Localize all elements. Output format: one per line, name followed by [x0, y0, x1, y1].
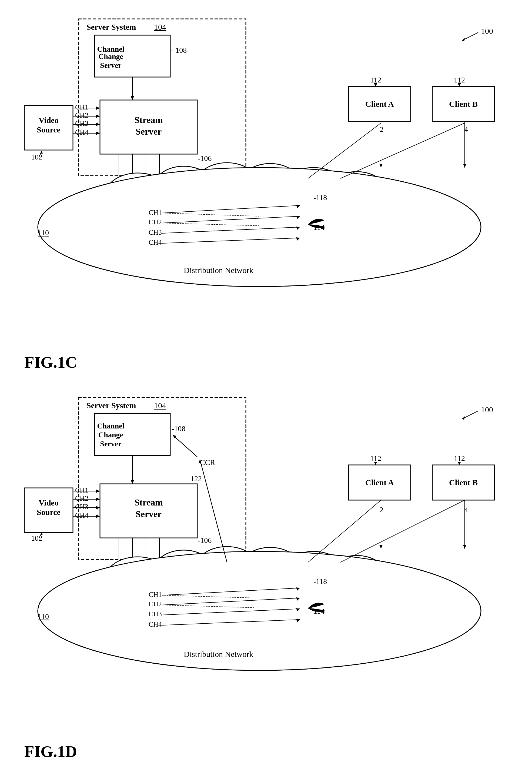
- svg-marker-6: [40, 151, 43, 153]
- fig1c-ref106: -106: [198, 154, 212, 162]
- fig1d-ch3-label: CH3: [75, 503, 88, 511]
- svg-marker-74: [379, 545, 383, 549]
- fig1c-ch1-label: CH1: [75, 103, 88, 111]
- fig1d-ref108: -108: [172, 425, 185, 433]
- svg-marker-58: [96, 490, 100, 493]
- svg-marker-4: [131, 96, 134, 100]
- fig1d-ref106: -106: [198, 536, 212, 545]
- fig1d-ccs-label2: Change: [98, 431, 123, 439]
- fig1d-ref2: 2: [380, 506, 383, 514]
- fig1d-cloud-ch2: CH2: [149, 600, 162, 608]
- svg-marker-64: [96, 515, 100, 518]
- fig1d-ref118: -118: [313, 577, 327, 586]
- fig1d-ccr-label: CCR: [200, 458, 215, 467]
- fig1d-ref100: 100: [481, 405, 493, 414]
- fig1c-cloud-ch1: CH1: [149, 209, 162, 216]
- fig1c-ss-label2: Server: [135, 126, 161, 136]
- fig1c-cloud-ch3: CH3: [149, 228, 162, 236]
- fig1d-vs-label2: Source: [37, 508, 61, 517]
- svg-line-97: [308, 500, 381, 562]
- fig1c-ref100: 100: [481, 26, 493, 35]
- fig1c-server-system-label: Server System: [86, 22, 136, 31]
- fig1c-ref104: 104: [154, 22, 166, 31]
- svg-marker-60: [96, 498, 100, 501]
- svg-line-98: [340, 500, 465, 562]
- fig1c-svg: FIG.1C 100 Server System 104 Channel Cha…: [16, 11, 516, 378]
- fig1d-ch4-label: CH4: [75, 512, 88, 519]
- svg-marker-62: [96, 506, 100, 509]
- fig1c-ch4-label: CH4: [75, 128, 88, 136]
- fig1c-ch3-label: CH3: [75, 119, 88, 127]
- fig1d-label: FIG.1D: [24, 743, 77, 760]
- fig1c-ref112a: 112: [370, 76, 381, 84]
- fig1c-ref2: 2: [380, 125, 383, 133]
- fig1c-cloud: [38, 163, 481, 286]
- fig1d-ref112b: 112: [454, 454, 465, 463]
- fig1c-ref118: -118: [313, 193, 327, 202]
- fig1c-ref108: -108: [173, 46, 187, 54]
- fig1d-vs-label1: Video: [39, 498, 59, 507]
- svg-marker-22: [458, 83, 461, 86]
- fig1d-section: FIG.1D 100 Server System 104 Channel Cha…: [16, 389, 516, 768]
- fig1c-section: FIG.1C 100 Server System 104 Channel Cha…: [16, 11, 516, 378]
- fig1d-cloud-ch1: CH1: [149, 591, 162, 599]
- svg-marker-26: [463, 164, 466, 168]
- svg-marker-70: [374, 462, 377, 465]
- svg-line-51: [173, 435, 197, 457]
- fig1d-cloud: [38, 547, 481, 670]
- svg-marker-50: [462, 416, 465, 420]
- fig1c-clienta-label: Client A: [365, 99, 394, 108]
- fig1c-ss-label1: Stream: [134, 115, 163, 125]
- svg-marker-54: [131, 480, 134, 484]
- fig1c-cloud-ch4: CH4: [149, 238, 162, 246]
- fig1c-ch2-label: CH2: [75, 111, 88, 119]
- fig1c-clientb-label: Client B: [449, 99, 478, 108]
- fig1d-clientb-label: Client B: [449, 478, 478, 487]
- page: FIG.1C 100 Server System 104 Channel Cha…: [0, 0, 532, 775]
- fig1d-ss-label2: Server: [135, 509, 161, 519]
- svg-marker-14: [96, 132, 100, 135]
- fig1d-ch2-label: CH2: [75, 495, 88, 502]
- fig1d-svg: FIG.1D 100 Server System 104 Channel Cha…: [16, 389, 516, 768]
- fig1d-ref104: 104: [154, 401, 166, 410]
- fig1d-ch1-label: CH1: [75, 486, 88, 494]
- svg-line-99: [200, 460, 227, 562]
- fig1c-label: FIG.1C: [24, 353, 77, 371]
- svg-marker-12: [96, 123, 100, 126]
- fig1c-ccs-label2: Change: [98, 52, 123, 61]
- fig1d-clienta-label: Client A: [365, 478, 394, 487]
- fig1d-server-system-label: Server System: [86, 401, 136, 410]
- svg-marker-76: [463, 545, 466, 549]
- fig1d-ref110: 110: [38, 612, 49, 621]
- fig1d-ccs-label1: Channel: [97, 422, 124, 430]
- svg-marker-20: [374, 83, 377, 86]
- fig1c-ccs-label3: Server: [100, 61, 121, 69]
- fig1c-ref110: 110: [38, 228, 49, 237]
- svg-line-48: [340, 123, 465, 178]
- fig1d-cloud-ch4: CH4: [149, 620, 162, 628]
- fig1c-cloud-ch2: CH2: [149, 218, 162, 226]
- svg-marker-8: [96, 106, 100, 110]
- fig1c-vs-label2: Source: [37, 125, 61, 134]
- svg-marker-24: [379, 164, 383, 168]
- svg-marker-1: [462, 38, 465, 41]
- fig1d-ccs-label3: Server: [100, 440, 121, 448]
- fig1d-cloud-ch3: CH3: [149, 610, 162, 618]
- fig1d-ref122: 122: [190, 475, 202, 483]
- fig1d-ss-label1: Stream: [134, 498, 163, 508]
- svg-line-47: [308, 123, 381, 178]
- fig1d-distnet-label: Distribution Network: [184, 650, 253, 659]
- fig1d-ref112a: 112: [370, 454, 381, 463]
- diagram-container: FIG.1C 100 Server System 104 Channel Cha…: [16, 11, 516, 768]
- fig1c-distnet-label: Distribution Network: [184, 266, 253, 275]
- svg-marker-72: [458, 462, 461, 465]
- fig1c-vs-label1: Video: [39, 116, 59, 125]
- fig1c-ref112b: 112: [454, 76, 465, 84]
- svg-marker-10: [96, 115, 100, 118]
